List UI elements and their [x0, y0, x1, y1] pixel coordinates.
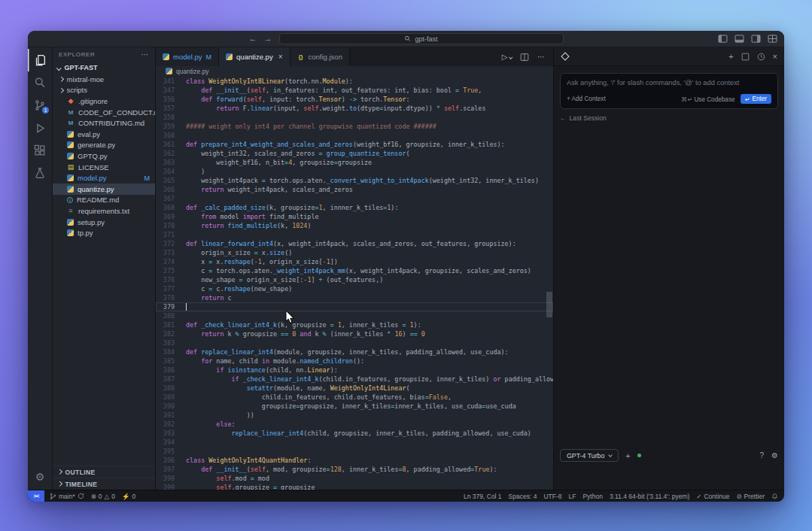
- chat-input[interactable]: Ask anything, '/' for slash commands, '@…: [560, 73, 778, 109]
- breadcrumb[interactable]: quantize.py: [156, 66, 553, 76]
- git-branch-indicator[interactable]: main*: [50, 493, 84, 500]
- code-line-395[interactable]: 395: [156, 447, 553, 456]
- code-line-382[interactable]: 382 return k % groupsize == 0 and k % (i…: [156, 329, 553, 338]
- file-item-contributing-md[interactable]: MCONTRIBUTING.md: [53, 117, 155, 129]
- code-line-394[interactable]: 394: [156, 438, 553, 447]
- code-line-370[interactable]: 370 return find_multiple(k, 1024): [156, 221, 553, 230]
- file-item-code-of-conduct-md[interactable]: MCODE_OF_CONDUCT.md: [53, 107, 155, 118]
- close-panel-icon[interactable]: ×: [773, 52, 777, 61]
- last-session-link[interactable]: ← Last Session: [560, 114, 778, 122]
- file-item-license[interactable]: ▤LICENSE: [53, 162, 155, 173]
- prettier-status[interactable]: ⊘ Prettier: [736, 493, 765, 500]
- code-line-357[interactable]: 357 return F.linear(input, self.weight.t…: [156, 104, 553, 113]
- testing-icon[interactable]: [28, 162, 52, 184]
- toggle-secondary-sidebar-icon[interactable]: [751, 34, 761, 44]
- use-codebase-button[interactable]: ⌘↵ Use Codebase: [681, 96, 735, 103]
- encoding-indicator[interactable]: UTF-8: [543, 493, 561, 500]
- file-item-requirements-txt[interactable]: ≡requirements.txt: [53, 205, 155, 217]
- code-line-396[interactable]: 396class WeightOnlyInt4QuantHandler:: [156, 456, 553, 465]
- new-session-icon[interactable]: +: [728, 52, 733, 61]
- run-python-file-button[interactable]: ▷: [502, 53, 512, 61]
- maximize-panel-icon[interactable]: [741, 53, 750, 61]
- code-line-347[interactable]: 347 def __init__(self, in_features: int,…: [156, 86, 553, 95]
- code-line-359[interactable]: 359##### weight only int4 per channel gr…: [156, 122, 553, 131]
- code-line-381[interactable]: 381def _check_linear_int4_k(k, groupsize…: [156, 320, 553, 329]
- extensions-icon[interactable]: [28, 139, 52, 162]
- split-editor-icon[interactable]: [520, 53, 529, 62]
- command-center-search[interactable]: gpt-fast: [279, 33, 564, 44]
- code-line-390[interactable]: 390 groupsize=groupsize, inner_k_tiles=i…: [156, 402, 553, 411]
- file-item-model-py[interactable]: model.pyM: [53, 172, 155, 184]
- code-line-356[interactable]: 356 def forward(self, input: torch.Tenso…: [156, 95, 553, 104]
- customize-layout-icon[interactable]: [768, 34, 777, 44]
- code-line-367[interactable]: 367: [156, 194, 553, 203]
- search-sidebar-icon[interactable]: [28, 71, 52, 94]
- code-line-399[interactable]: 399 self.groupsize = groupsize: [156, 483, 553, 490]
- remote-indicator[interactable]: ><: [28, 490, 44, 502]
- tab-config-json[interactable]: {}config.json: [290, 47, 350, 66]
- ports-indicator[interactable]: ⚡ 0: [122, 493, 135, 500]
- code-line-365[interactable]: 365 weight_int4pack = torch.ops.aten._co…: [156, 176, 553, 185]
- code-line-392[interactable]: 392 else:: [156, 420, 553, 429]
- toggle-panel-icon[interactable]: [734, 34, 744, 44]
- code-line-393[interactable]: 393 replace_linear_int4(child, groupsize…: [156, 429, 553, 438]
- indentation-indicator[interactable]: Spaces: 4: [509, 493, 537, 500]
- run-debug-icon[interactable]: [28, 117, 52, 139]
- code-line-377[interactable]: 377 c = c.reshape(new_shape): [156, 284, 553, 293]
- code-line-375[interactable]: 375 c = torch.ops.aten._weight_int4pack_…: [156, 266, 553, 275]
- help-icon[interactable]: ?: [759, 451, 764, 460]
- file-item-readme-md[interactable]: iREADME.md: [53, 195, 155, 206]
- file-item-quantize-py[interactable]: quantize.py: [53, 184, 155, 195]
- settings-gear-icon[interactable]: ⚙: [28, 467, 52, 490]
- code-line-384[interactable]: 384def replace_linear_int4(module, group…: [156, 347, 553, 357]
- file-item--gitignore[interactable]: ◆.gitignore: [53, 96, 155, 107]
- code-line-387[interactable]: 387 if _check_linear_int4_k(child.in_fea…: [156, 375, 553, 384]
- source-control-icon[interactable]: 1: [28, 94, 52, 117]
- code-line-366[interactable]: 366 return weight_int4pack, scales_and_z…: [156, 185, 553, 194]
- add-context-button[interactable]: + Add Context: [567, 96, 606, 102]
- code-line-360[interactable]: 360: [156, 131, 553, 140]
- code-line-373[interactable]: 373 origin_x_size = x.size(): [156, 248, 553, 257]
- cursor-position[interactable]: Ln 379, Col 1: [464, 493, 502, 500]
- code-line-363[interactable]: 363 weight_bf16, n_bit=4, groupsize=grou…: [156, 158, 553, 167]
- close-tab-icon[interactable]: ×: [278, 53, 283, 61]
- code-line-386[interactable]: 386 if isinstance(child, nn.Linear):: [156, 366, 553, 375]
- editor-more-actions-icon[interactable]: ⋯: [537, 53, 545, 61]
- continue-status[interactable]: ✓ Continue: [696, 493, 729, 500]
- code-line-364[interactable]: 364 ): [156, 167, 553, 176]
- toggle-sidebar-icon[interactable]: [718, 34, 728, 44]
- code-line-376[interactable]: 376 new_shape = origin_x_size[:-1] + (ou…: [156, 275, 553, 284]
- timeline-section[interactable]: TIMELINE: [53, 478, 155, 490]
- code-line-397[interactable]: 397 def __init__(self, mod, groupsize=12…: [156, 465, 553, 474]
- language-mode[interactable]: Python: [582, 493, 602, 500]
- code-line-358[interactable]: 358: [156, 113, 553, 122]
- code-line-361[interactable]: 361def prepare_int4_weight_and_scales_an…: [156, 140, 553, 149]
- folder-item-mixtral-moe[interactable]: mixtral-moe: [53, 74, 155, 85]
- workspace-folder-header[interactable]: GPT-FAST: [53, 62, 155, 74]
- file-item-setup-py[interactable]: setup.py: [53, 217, 155, 228]
- code-line-383[interactable]: 383: [156, 338, 553, 347]
- explorer-more-actions-icon[interactable]: ⋯: [141, 50, 149, 59]
- model-selector[interactable]: GPT-4 Turbo: [560, 449, 619, 462]
- eol-indicator[interactable]: LF: [569, 493, 576, 500]
- back-button[interactable]: ←: [249, 35, 257, 43]
- file-item-gptq-py[interactable]: GPTQ.py: [53, 150, 155, 162]
- code-line-378[interactable]: 378 return c: [156, 293, 553, 302]
- notifications-bell-icon[interactable]: [771, 493, 778, 500]
- panel-settings-gear-icon[interactable]: ⚙: [771, 451, 778, 460]
- tab-quantize-py[interactable]: quantize.py×: [219, 47, 290, 66]
- code-editor[interactable]: 341class WeightOnlyInt8Linear(torch.nn.M…: [156, 76, 553, 490]
- code-line-398[interactable]: 398 self.mod = mod: [156, 474, 553, 483]
- code-line-341[interactable]: 341class WeightOnlyInt8Linear(torch.nn.M…: [156, 77, 553, 86]
- code-line-372[interactable]: 372def linear_forward_int4(x, weight_int…: [156, 239, 553, 248]
- file-item-eval-py[interactable]: eval.py: [53, 129, 155, 140]
- code-line-388[interactable]: 388 setattr(module, name, WeightOnlyInt4…: [156, 384, 553, 393]
- code-line-379[interactable]: 379: [156, 302, 553, 311]
- editor-scrollbar[interactable]: [546, 292, 552, 317]
- outline-section[interactable]: OUTLINE: [53, 466, 155, 478]
- problems-indicator[interactable]: ⊗ 0 △ 0: [91, 493, 115, 500]
- add-model-button[interactable]: +: [624, 451, 631, 460]
- code-line-368[interactable]: 368def _calc_padded_size(k, groupsize=1,…: [156, 203, 553, 212]
- code-line-369[interactable]: 369 from model import find_multiple: [156, 212, 553, 221]
- file-item-tp-py[interactable]: tp.py: [53, 227, 155, 238]
